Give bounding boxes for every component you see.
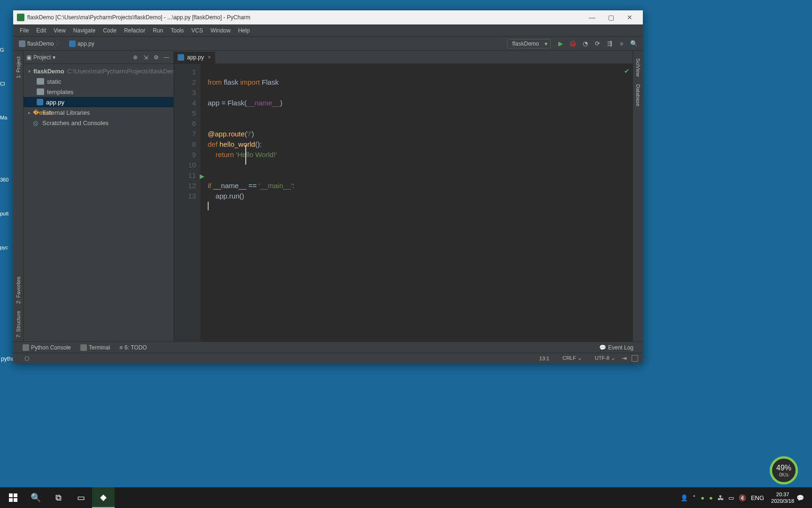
status-encoding[interactable]: UTF-8 ⌄ [588,355,615,361]
menu-help[interactable]: Help [234,26,254,35]
sidebar-tab-database[interactable]: Database [634,80,642,110]
editor-tab-label: app.py [187,54,204,61]
start-button[interactable] [2,487,24,508]
breadcrumb-project[interactable]: flaskDemo 〉 [16,39,66,48]
folder-icon [19,40,25,47]
menu-edit[interactable]: Edit [32,26,50,35]
run-config-label: flaskDemo [512,40,539,47]
bottom-tab-terminal[interactable]: Terminal [76,343,115,352]
tree-scratches[interactable]: ◎ Scratches and Consoles [23,118,173,128]
expand-icon[interactable]: ⇲ [141,53,150,62]
tray-network-icon[interactable]: 🖧 [718,494,724,501]
main-area: 1: Project 2: Favorites 7: Structure ▣ P… [13,51,643,341]
svg-rect-3 [14,498,17,502]
python-file-icon [178,54,184,61]
gutter[interactable]: 12345 678910 11▶ 1213 [174,64,201,341]
inspection-ok-icon[interactable]: ✔ [624,66,630,76]
tree-root-path: C:\Users\ma\PycharmProjects\flaskDem [67,68,173,75]
tree-folder-static[interactable]: static [23,76,173,87]
settings-icon[interactable]: ⚙ [152,53,160,62]
status-indent[interactable]: ⇥ [622,355,627,362]
tray-notifications-icon[interactable]: 💬 [796,494,804,501]
bottom-tab-python-console[interactable]: Python Console [18,343,76,352]
concurrency-button[interactable]: ⇶ [604,39,615,49]
cpu-monitor-widget[interactable]: 49% 0K/s [770,456,798,484]
text-caret [208,202,209,210]
tray-battery-icon[interactable]: ▭ [728,494,734,501]
library-icon: �each [33,109,39,116]
bottom-toolbar: Python Console Terminal ≡6: TODO 💬Event … [13,341,643,353]
bottom-tab-event-log[interactable]: 💬Event Log [594,343,638,352]
tray-overflow-icon[interactable]: ˄ [693,494,696,501]
menu-refactor[interactable]: Refactor [120,26,149,35]
breadcrumb-file[interactable]: app.py [66,40,97,48]
locate-icon[interactable]: ⊕ [131,53,140,62]
editor-area: app.py × 12345 678910 11▶ 1213 from flas… [174,51,632,341]
menu-code[interactable]: Code [99,26,120,35]
menu-view[interactable]: View [50,26,70,35]
close-tab-icon[interactable]: × [208,54,211,61]
tray-people-icon[interactable]: 👤 [680,494,688,501]
taskbar-explorer[interactable]: ▭ [70,487,92,508]
tray-volume-icon[interactable]: 🔇 [739,494,746,501]
tray-clock[interactable]: 20:37 2020/3/18 [771,491,794,504]
coverage-button[interactable]: ◔ [580,39,590,49]
menu-navigate[interactable]: Navigate [70,26,99,35]
taskbar-search-button[interactable]: 🔍 [24,487,47,508]
run-config-selector[interactable]: flaskDemo [507,39,551,48]
editor-tabbar: app.py × [174,51,632,64]
titlebar[interactable]: flaskDemo [C:\Users\ma\PycharmProjects\f… [13,10,643,24]
status-line-sep[interactable]: CRLF ⌄ [556,355,582,361]
taskbar-pycharm[interactable]: ◆ [92,487,115,508]
sidebar-tab-favorites[interactable]: 2: Favorites [15,273,22,307]
menu-file[interactable]: File [16,26,32,35]
menu-tools[interactable]: Tools [167,26,187,35]
search-everywhere-button[interactable]: 🔍 [629,39,639,49]
svg-rect-0 [9,493,13,497]
tray-ime[interactable]: ENG [751,494,764,501]
tree-file-app-py[interactable]: app.py [23,97,173,107]
code-editor[interactable]: 12345 678910 11▶ 1213 from flask import … [174,64,632,341]
run-button[interactable]: ▶ [555,39,566,49]
status-cursor-pos[interactable]: 13:1 [539,356,549,361]
project-view-selector[interactable]: Project [33,54,55,61]
taskbar: 🔍 ⧉ ▭ ◆ 👤 ˄ ● ● 🖧 ▭ 🔇 ENG 20:37 2020/3/1… [0,487,812,508]
task-view-button[interactable]: ⧉ [47,487,70,508]
console-icon [23,344,29,351]
sidebar-tab-structure[interactable]: 7: Structure [15,307,22,341]
hide-icon[interactable]: — [162,53,171,62]
tree-root[interactable]: ▾ flaskDemo C:\Users\ma\PycharmProjects\… [23,66,173,76]
minimize-button[interactable]: — [583,10,601,24]
readonly-lock-icon[interactable] [632,355,638,362]
breadcrumb-file-label: app.py [78,40,94,47]
menu-run[interactable]: Run [149,26,167,35]
tree-folder-templates[interactable]: templates [23,87,173,97]
tray-shield2-icon[interactable]: ● [709,494,713,501]
debug-button[interactable]: 🐞 [568,39,578,49]
cpu-rate: 0K/s [779,472,789,477]
menu-window[interactable]: Window [207,26,234,35]
stop-button[interactable]: ■ [617,39,627,49]
sidebar-tab-project[interactable]: 1: Project [15,53,22,82]
python-file-icon [69,40,76,47]
navbar: flaskDemo 〉 app.py flaskDemo ▶ 🐞 ◔ ⟳ ⇶ ■… [13,37,643,51]
python-file-icon [37,99,43,105]
editor-tab-app-py[interactable]: app.py × [174,52,215,64]
tray-time: 20:37 [771,491,794,498]
tray-shield-icon[interactable]: ● [701,494,704,501]
svg-rect-2 [9,498,13,502]
terminal-icon [80,344,87,351]
code-content[interactable]: from flask import Flask app = Flask(__na… [201,64,632,341]
bottom-tab-todo[interactable]: ≡6: TODO [115,343,152,352]
profile-button[interactable]: ⟳ [592,39,602,49]
tree-external-libraries[interactable]: ▸ �each External Libraries [23,107,173,118]
close-button[interactable]: ✕ [620,10,639,24]
project-panel-header: ▣ Project ⊕ ⇲ ⚙ — [23,51,173,64]
menu-vcs[interactable]: VCS [187,26,207,35]
sidebar-tab-sciview[interactable]: SciView [634,55,642,80]
statusbar-gutter-icon[interactable]: ▢ [24,355,29,361]
right-tool-rail: SciView Database [632,51,643,341]
system-tray: 👤 ˄ ● ● 🖧 ▭ 🔇 ENG 20:37 2020/3/18 💬 [674,491,810,504]
maximize-button[interactable]: ▢ [601,10,620,24]
project-panel: ▣ Project ⊕ ⇲ ⚙ — ▾ flaskDemo C:\Users\m… [23,51,174,341]
